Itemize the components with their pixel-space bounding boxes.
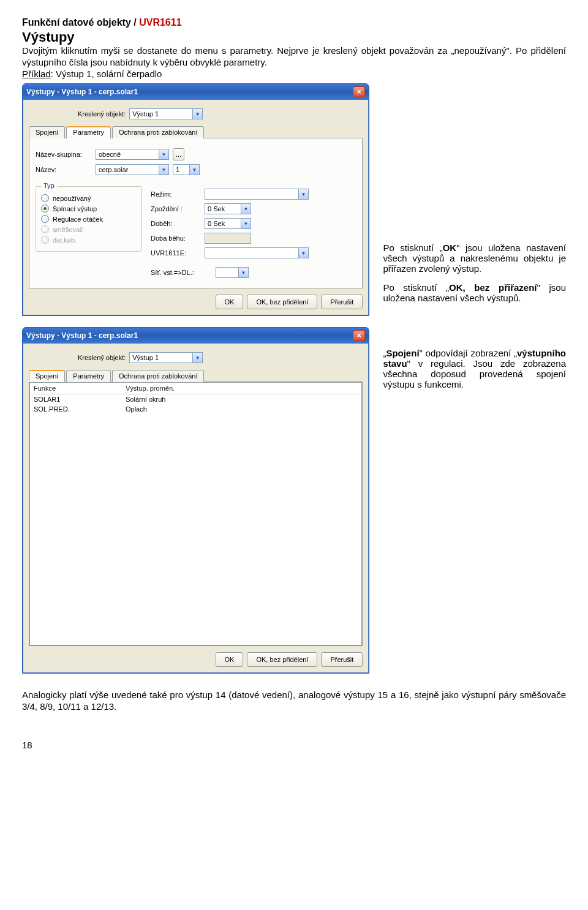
txt: Po stisknutí „ [383, 282, 449, 293]
titlebar: Výstupy - Výstup 1 - cerp.solar1 × [23, 84, 369, 100]
drawn-object-value: Výstup 1 [132, 354, 159, 361]
col-vystup: Výstup. proměn. [126, 385, 322, 392]
close-button[interactable]: × [353, 86, 365, 97]
close-button[interactable]: × [353, 330, 365, 341]
heading-model: UVR1611 [139, 17, 181, 28]
page-heading: Funkční datové objekty / UVR1611 [22, 17, 566, 28]
dobeh-combo[interactable]: 0 Sek ▼ [205, 218, 251, 229]
drawn-object-combo[interactable]: Výstup 1 ▼ [129, 352, 203, 363]
chevron-down-icon: ▼ [238, 268, 248, 277]
name-label: Název: [36, 166, 92, 173]
tab-ochrana[interactable]: Ochrana proti zablokování [112, 370, 204, 382]
rezim-label: Režim: [151, 190, 201, 198]
zpozdeni-combo[interactable]: 0 Sek ▼ [205, 203, 251, 214]
chevron-down-icon: ▼ [159, 165, 168, 175]
tab-parametry[interactable]: Parametry [66, 370, 111, 382]
tab-bar: Spojení Parametry Ochrana proti zablokov… [29, 126, 363, 138]
side-text-2: „Spojení" odpovídají zobrazení „výstupní… [383, 327, 566, 389]
ok-noassign-button[interactable]: OK, bez přidělení [247, 652, 317, 667]
radio-spinaci[interactable]: Spínací výstup [41, 205, 137, 212]
name-group-more-button[interactable]: ... [173, 148, 184, 160]
name-index-value: 1 [176, 166, 179, 173]
tabpanel-spojeni: Funkce Výstup. proměn. SOLAR1 Solární ok… [29, 382, 363, 646]
chevron-down-icon: ▼ [241, 219, 251, 228]
intro-paragraph: Dvojitým kliknutím myši se dostanete do … [22, 45, 566, 69]
drawn-object-combo[interactable]: Výstup 1 ▼ [129, 108, 203, 119]
dobabehu-label: Doba běhu: [151, 235, 201, 242]
radio-nepouzivany[interactable]: nepoužívaný [41, 194, 137, 202]
close-icon: × [357, 88, 361, 96]
group-typ: Typ nepoužívaný Spínací výstup Regulace … [36, 186, 142, 252]
sitvst-label: Síť. vst.=>DL.: [151, 269, 212, 276]
uvr1611e-label: UVR1611E: [151, 249, 201, 257]
chevron-down-icon: ▼ [298, 189, 308, 199]
side-text-1: Po stisknutí „OK" jsou uložena nastavení… [383, 83, 566, 303]
page-subheading: Výstupy [22, 29, 566, 45]
tab-spojeni[interactable]: Spojení [29, 126, 65, 138]
cancel-button[interactable]: Přerušit [321, 652, 363, 667]
cell-vystup: Oplach [126, 405, 322, 413]
example-line: Příklad: Výstup 1, solární čerpadlo [22, 69, 566, 80]
list-item[interactable]: SOL.PRED. Oplach [30, 404, 361, 414]
list-header: Funkce Výstup. proměn. [30, 383, 361, 394]
txt-spojeni: Spojení [386, 348, 419, 358]
heading-prefix: Funkční datové objekty / [22, 17, 139, 28]
list-item[interactable]: SOLAR1 Solární okruh [30, 394, 361, 404]
group-typ-legend: Typ [41, 182, 57, 189]
tab-ochrana[interactable]: Ochrana proti zablokování [112, 126, 204, 138]
ok-noassign-button[interactable]: OK, bez přidělení [247, 295, 317, 309]
txt-ok: OK [443, 243, 457, 253]
col-funkce: Funkce [34, 385, 126, 392]
tab-bar: Spojení Parametry Ochrana proti zablokov… [29, 369, 363, 382]
page-number: 18 [22, 740, 566, 750]
radio-smesovac: směšovač [41, 225, 137, 233]
txt-ok-noassign: OK, bez přiřazení [449, 282, 537, 293]
tabpanel-parametry: Název-skupina: obecně ▼ ... Název: cerp.… [29, 138, 363, 288]
ok-button[interactable]: OK [216, 295, 244, 309]
example-text: : Výstup 1, solární čerpadlo [51, 69, 162, 79]
chevron-down-icon: ▼ [189, 165, 199, 175]
dobeh-label: Doběh: [151, 220, 201, 227]
chevron-down-icon: ▼ [159, 149, 168, 159]
sitvst-combo[interactable]: ▼ [216, 267, 249, 278]
close-icon: × [357, 332, 361, 339]
cell-funkce: SOLAR1 [34, 396, 126, 403]
uvr1611e-combo[interactable]: ▼ [205, 247, 309, 258]
rezim-combo[interactable]: ▼ [205, 189, 309, 200]
radio-spinaci-label: Spínací výstup [53, 205, 97, 212]
window-title: Výstupy - Výstup 1 - cerp.solar1 [26, 88, 138, 96]
chevron-down-icon: ▼ [192, 353, 202, 363]
dobabehu-field [205, 233, 251, 244]
name-group-combo[interactable]: obecně ▼ [96, 149, 169, 160]
txt: Po stisknutí „ [383, 243, 442, 253]
zpozdeni-label: Zpoždění : [151, 205, 201, 212]
radio-datkab-label: dat.kab. [53, 236, 77, 244]
radio-datkab: dat.kab. [41, 236, 137, 244]
radio-nepouzivany-label: nepoužívaný [53, 195, 91, 202]
name-group-label: Název-skupina: [36, 151, 92, 158]
chevron-down-icon: ▼ [298, 248, 308, 258]
tab-spojeni[interactable]: Spojení [29, 370, 65, 382]
name-index-combo[interactable]: 1 ▼ [173, 164, 200, 175]
cancel-button[interactable]: Přerušit [321, 295, 363, 309]
example-label: Příklad [22, 69, 51, 79]
name-value: cerp.solar [99, 166, 128, 173]
footer-paragraph: Analogicky platí výše uvedené také pro v… [22, 690, 566, 713]
cell-vystup: Solární okruh [126, 396, 322, 403]
dialog-vystupy-spojeni: Výstupy - Výstup 1 - cerp.solar1 × Kresl… [22, 327, 369, 674]
drawn-object-label: Kreslený objekt: [78, 354, 126, 361]
radio-regulace[interactable]: Regulace otáček [41, 215, 137, 223]
zpozdeni-value: 0 Sek [208, 205, 225, 212]
tab-parametry[interactable]: Parametry [66, 126, 111, 138]
radio-smesovac-label: směšovač [53, 226, 83, 233]
cell-funkce: SOL.PRED. [34, 405, 126, 413]
name-combo[interactable]: cerp.solar ▼ [96, 164, 169, 175]
name-group-value: obecně [99, 151, 121, 158]
drawn-object-value: Výstup 1 [132, 110, 159, 118]
chevron-down-icon: ▼ [241, 204, 251, 214]
window-title: Výstupy - Výstup 1 - cerp.solar1 [26, 331, 138, 340]
connections-list: Funkce Výstup. proměn. SOLAR1 Solární ok… [29, 382, 362, 645]
titlebar: Výstupy - Výstup 1 - cerp.solar1 × [23, 328, 369, 344]
ok-button[interactable]: OK [216, 652, 244, 667]
dobeh-value: 0 Sek [208, 220, 225, 227]
